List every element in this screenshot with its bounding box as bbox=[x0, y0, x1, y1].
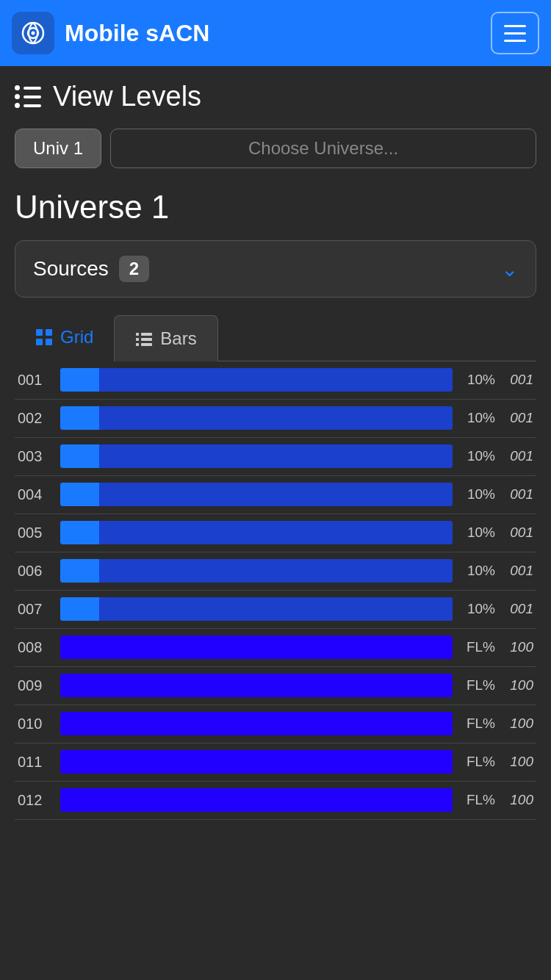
channel-bar-fill bbox=[60, 712, 453, 735]
svg-rect-12 bbox=[141, 343, 152, 346]
page-title: View Levels bbox=[53, 81, 201, 112]
channel-percent: 10% bbox=[457, 448, 495, 464]
channel-bar-fill bbox=[60, 559, 99, 583]
channel-bar-fill bbox=[60, 674, 453, 697]
channel-percent: 10% bbox=[457, 486, 495, 502]
channel-number: 011 bbox=[18, 754, 56, 771]
channel-source: 100 bbox=[495, 716, 533, 732]
channel-bar-container bbox=[60, 483, 453, 506]
channel-number: 002 bbox=[18, 410, 56, 427]
channel-bar-container bbox=[60, 674, 453, 697]
svg-rect-4 bbox=[46, 329, 52, 336]
channel-number: 007 bbox=[18, 601, 56, 618]
channel-bar-container bbox=[60, 788, 453, 812]
svg-rect-5 bbox=[36, 339, 43, 345]
tab-grid[interactable]: Grid bbox=[15, 315, 114, 361]
channel-percent: FL% bbox=[457, 716, 495, 732]
tab-bars[interactable]: Bars bbox=[114, 315, 217, 361]
svg-rect-11 bbox=[136, 343, 139, 346]
channel-number: 010 bbox=[18, 716, 56, 732]
channel-source: 001 bbox=[495, 410, 533, 426]
channel-source: 001 bbox=[495, 525, 533, 541]
bars-icon bbox=[135, 330, 153, 347]
sources-panel[interactable]: Sources 2 ⌄ bbox=[15, 240, 536, 298]
svg-rect-3 bbox=[36, 329, 43, 336]
channel-percent: 10% bbox=[457, 410, 495, 426]
app-logo bbox=[12, 12, 54, 54]
sources-count-badge: 2 bbox=[119, 256, 149, 282]
channel-bar-container bbox=[60, 750, 453, 774]
channel-row: 009FL%100 bbox=[15, 667, 536, 705]
channel-percent: FL% bbox=[457, 792, 495, 808]
channel-percent: 10% bbox=[457, 563, 495, 579]
menu-icon-line2 bbox=[504, 32, 526, 35]
channel-row: 012FL%100 bbox=[15, 782, 536, 820]
channel-number: 006 bbox=[18, 563, 56, 580]
channel-row: 010FL%100 bbox=[15, 705, 536, 743]
grid-icon bbox=[35, 328, 53, 346]
channel-bar-container bbox=[60, 368, 453, 392]
channel-source: 001 bbox=[495, 563, 533, 579]
channel-bar-fill bbox=[60, 750, 453, 774]
channel-bar-fill bbox=[60, 444, 99, 468]
channel-percent: FL% bbox=[457, 677, 495, 693]
channel-bar-fill bbox=[60, 521, 99, 544]
channel-bar-container bbox=[60, 559, 453, 583]
list-levels-icon bbox=[15, 85, 41, 108]
channel-source: 100 bbox=[495, 792, 533, 808]
channel-source: 100 bbox=[495, 677, 533, 693]
app-header: Mobile sACN bbox=[0, 0, 551, 66]
choose-universe-tab[interactable]: Choose Universe... bbox=[110, 129, 536, 168]
channel-percent: 10% bbox=[457, 525, 495, 541]
channel-number: 003 bbox=[18, 448, 56, 465]
svg-rect-6 bbox=[46, 339, 52, 345]
menu-icon-line3 bbox=[504, 40, 526, 42]
channel-bar-container bbox=[60, 597, 453, 621]
channel-number: 004 bbox=[18, 486, 56, 503]
channel-bar-fill bbox=[60, 788, 453, 812]
channel-source: 001 bbox=[495, 486, 533, 502]
channel-source: 100 bbox=[495, 754, 533, 770]
channel-row: 00210%001 bbox=[15, 400, 536, 438]
svg-rect-9 bbox=[136, 338, 139, 341]
channel-row: 00310%001 bbox=[15, 438, 536, 476]
page-heading: View Levels bbox=[15, 81, 536, 112]
channel-row: 00710%001 bbox=[15, 591, 536, 629]
channel-bar-fill bbox=[60, 597, 99, 621]
chevron-down-icon: ⌄ bbox=[501, 257, 518, 281]
channel-bar-container bbox=[60, 444, 453, 468]
channel-bar-container bbox=[60, 635, 453, 659]
channel-percent: FL% bbox=[457, 754, 495, 770]
tab-bars-label: Bars bbox=[160, 328, 196, 349]
menu-button[interactable] bbox=[491, 12, 539, 54]
channel-bar-fill bbox=[60, 406, 99, 430]
svg-rect-8 bbox=[141, 333, 152, 336]
svg-rect-10 bbox=[141, 338, 152, 341]
main-content: View Levels Univ 1 Choose Universe... Un… bbox=[0, 66, 551, 820]
channel-percent: 10% bbox=[457, 601, 495, 617]
channel-source: 001 bbox=[495, 601, 533, 617]
header-left: Mobile sACN bbox=[12, 12, 209, 54]
channel-percent: 10% bbox=[457, 372, 495, 388]
univ1-tab[interactable]: Univ 1 bbox=[15, 129, 101, 168]
svg-point-2 bbox=[32, 32, 35, 35]
channel-number: 005 bbox=[18, 525, 56, 541]
channel-source: 001 bbox=[495, 448, 533, 464]
channel-number: 008 bbox=[18, 639, 56, 656]
channel-bar-container bbox=[60, 406, 453, 430]
channel-list: 00110%00100210%00100310%00100410%0010051… bbox=[15, 361, 536, 820]
channel-number: 009 bbox=[18, 677, 56, 694]
app-title: Mobile sACN bbox=[65, 20, 209, 47]
channel-row: 00510%001 bbox=[15, 514, 536, 552]
channel-source: 001 bbox=[495, 372, 533, 388]
channel-bar-container bbox=[60, 521, 453, 544]
channel-bar-container bbox=[60, 712, 453, 735]
channel-number: 001 bbox=[18, 372, 56, 389]
channel-row: 008FL%100 bbox=[15, 629, 536, 667]
channel-bar-fill bbox=[60, 368, 99, 392]
channel-percent: FL% bbox=[457, 639, 495, 655]
sources-label: Sources bbox=[33, 257, 109, 281]
channel-source: 100 bbox=[495, 639, 533, 655]
channel-row: 00110%001 bbox=[15, 361, 536, 400]
channel-bar-fill bbox=[60, 635, 453, 659]
